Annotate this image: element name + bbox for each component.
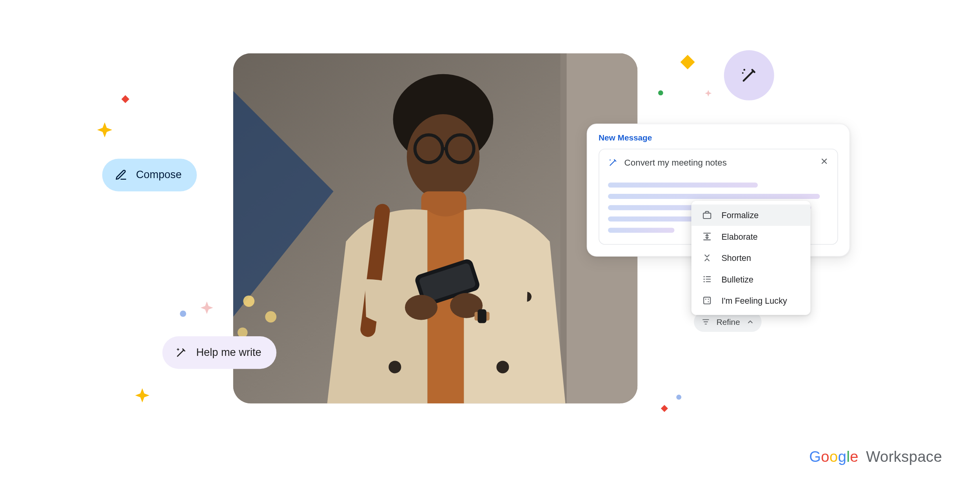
- svg-rect-2: [661, 405, 668, 412]
- menu-item-label: Bulletize: [721, 275, 753, 284]
- svg-rect-10: [561, 53, 567, 403]
- panel-title: New Message: [587, 124, 849, 149]
- filter-icon: [701, 317, 710, 326]
- menu-item-shorten[interactable]: Shorten: [691, 247, 811, 268]
- text-placeholder-line: [608, 194, 820, 199]
- svg-point-34: [708, 301, 709, 303]
- menu-item-bulletize[interactable]: Bulletize: [691, 268, 811, 290]
- magic-pencil-icon: [608, 157, 618, 168]
- svg-point-18: [496, 361, 509, 373]
- refine-menu: Formalize Elaborate Shorten Bulletize I'…: [691, 201, 811, 315]
- menu-item-lucky[interactable]: I'm Feeling Lucky: [691, 290, 811, 311]
- pencil-icon: [115, 169, 127, 181]
- compose-label: Compose: [136, 169, 181, 181]
- dot-icon: [658, 90, 663, 95]
- svg-rect-25: [477, 309, 486, 323]
- sparkle-icon: [198, 300, 216, 319]
- svg-rect-1: [681, 55, 695, 69]
- svg-rect-28: [703, 213, 711, 219]
- menu-item-label: Shorten: [721, 253, 751, 262]
- svg-rect-0: [122, 95, 129, 103]
- menu-item-formalize[interactable]: Formalize: [691, 204, 811, 226]
- google-workspace-logo: Google Workspace: [809, 448, 942, 466]
- magic-wand-circle: [724, 50, 774, 100]
- sparkle-icon: [132, 386, 153, 408]
- sparkle-icon: [703, 89, 713, 99]
- magic-wand-icon: [175, 346, 187, 359]
- svg-point-22: [405, 295, 437, 320]
- refine-label: Refine: [717, 317, 740, 326]
- dice-icon: [701, 295, 713, 306]
- prompt-text: Convert my meeting notes: [624, 157, 727, 168]
- dot-icon: [676, 395, 681, 400]
- svg-point-29: [704, 276, 705, 277]
- svg-point-17: [388, 361, 401, 373]
- close-icon[interactable]: [820, 157, 828, 168]
- help-me-write-button[interactable]: Help me write: [162, 336, 276, 369]
- menu-item-label: Elaborate: [721, 232, 757, 241]
- google-wordmark: Google: [809, 448, 858, 466]
- chevron-up-icon: [746, 318, 754, 326]
- svg-point-33: [705, 299, 706, 300]
- dot-icon: [180, 311, 186, 317]
- svg-point-26: [743, 69, 745, 71]
- svg-point-30: [704, 279, 705, 280]
- briefcase-icon: [701, 210, 713, 221]
- hero-photo: [233, 53, 637, 403]
- text-placeholder-line: [608, 182, 758, 188]
- magic-wand-icon: [740, 66, 759, 85]
- diamond-icon: [679, 53, 697, 71]
- svg-point-6: [243, 295, 254, 307]
- svg-point-35: [708, 299, 709, 300]
- workspace-word: Workspace: [866, 448, 942, 466]
- menu-item-label: I'm Feeling Lucky: [721, 296, 787, 305]
- menu-item-elaborate[interactable]: Elaborate: [691, 226, 811, 247]
- text-placeholder-line: [608, 228, 674, 233]
- expand-vertical-icon: [701, 231, 713, 242]
- svg-point-27: [742, 72, 744, 74]
- help-me-write-label: Help me write: [196, 346, 261, 359]
- diamond-icon: [120, 93, 131, 105]
- svg-rect-32: [704, 297, 710, 304]
- menu-item-label: Formalize: [721, 210, 759, 220]
- svg-point-7: [265, 311, 276, 323]
- bullet-list-icon: [701, 273, 713, 285]
- diamond-icon: [659, 403, 670, 414]
- collapse-vertical-icon: [701, 252, 713, 264]
- compose-button[interactable]: Compose: [102, 159, 197, 191]
- sparkle-icon: [93, 120, 116, 143]
- svg-point-31: [704, 281, 705, 282]
